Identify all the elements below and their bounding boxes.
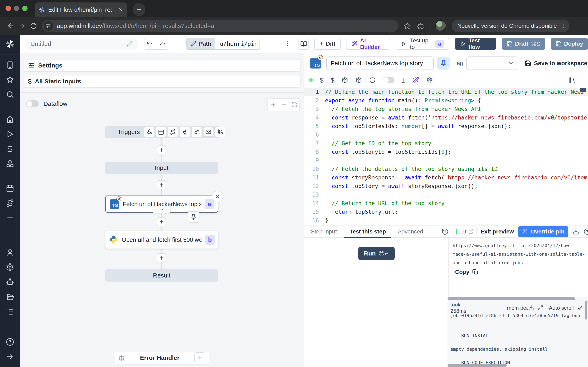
- download-logs-icon[interactable]: [528, 305, 534, 311]
- undo-button[interactable]: [145, 38, 155, 49]
- ai-assist-wand-icon[interactable]: [412, 77, 419, 83]
- draft-button[interactable]: Draft ⌘S: [502, 38, 545, 50]
- static-inputs-button[interactable]: $ All Static Inputs: [23, 75, 301, 88]
- http-route-trigger-button[interactable]: [168, 127, 178, 137]
- back-button[interactable]: [5, 20, 16, 32]
- site-settings-icon[interactable]: [44, 21, 53, 31]
- library-icon[interactable]: [568, 76, 575, 84]
- tab-step-input[interactable]: Step Input: [311, 228, 337, 235]
- favorites-star-icon[interactable]: [6, 76, 14, 84]
- editor-minimap[interactable]: [580, 88, 586, 92]
- more-options-icon[interactable]: [285, 40, 291, 47]
- fit-view-icon[interactable]: [291, 102, 297, 108]
- schedule-trigger-button[interactable]: [156, 127, 166, 137]
- insert-step-button[interactable]: [157, 217, 166, 226]
- insert-step-button[interactable]: [157, 145, 166, 154]
- result-url[interactable]: https://www.geoffreylitt.com/2025/04/12/…: [453, 242, 588, 267]
- docs-button[interactable]: [298, 38, 309, 50]
- workspace-icon[interactable]: [6, 61, 14, 69]
- poll-trigger-button[interactable]: [215, 127, 225, 137]
- address-bar[interactable]: app.windmill.dev/flows/edit/u/henri/pin_…: [42, 20, 398, 32]
- error-handler-node[interactable]: Error Handler: [114, 351, 209, 364]
- help-icon[interactable]: [6, 338, 14, 346]
- new-tab-button[interactable]: [133, 3, 145, 16]
- flow-title-input[interactable]: Untitled: [26, 38, 137, 50]
- tag-select[interactable]: [466, 57, 517, 70]
- horizontal-scrollbar[interactable]: [448, 364, 507, 367]
- delete-step-button[interactable]: [212, 191, 223, 202]
- horizontal-scrollbar[interactable]: [448, 297, 575, 300]
- check-icon[interactable]: [577, 305, 583, 311]
- websocket-trigger-button[interactable]: [180, 127, 190, 137]
- expand-sidebar-icon[interactable]: [6, 353, 14, 361]
- log-lines[interactable]: job=019634fd-e186-211f-5364-d3e4385d57f9…: [450, 312, 583, 366]
- home-icon[interactable]: [6, 115, 14, 124]
- path-value[interactable]: u/henri/pin: [215, 38, 260, 49]
- step-title-input[interactable]: Fetch url of HackerNews top story: [326, 57, 434, 70]
- folders-icon[interactable]: [6, 293, 14, 301]
- webhook-trigger-button[interactable]: [144, 127, 154, 137]
- editor-settings-gear-icon[interactable]: [426, 77, 433, 83]
- download-result-icon[interactable]: [572, 228, 579, 235]
- search-icon[interactable]: [6, 90, 14, 99]
- info-circle-icon[interactable]: [584, 228, 588, 235]
- pin-toggle-button[interactable]: [437, 57, 450, 69]
- deploy-button[interactable]: Deploy: [551, 38, 588, 50]
- variables-icon[interactable]: $: [330, 76, 334, 84]
- diff-button[interactable]: ± Diff: [314, 38, 341, 50]
- vim-mode-toggle[interactable]: [383, 77, 394, 83]
- diff-mode-icon[interactable]: ±: [401, 76, 405, 84]
- add-error-handler-button[interactable]: [194, 352, 205, 363]
- tab-advanced[interactable]: Advanced: [398, 228, 423, 235]
- tab-test-this-step[interactable]: Test this step: [344, 226, 391, 237]
- insert-step-button[interactable]: [157, 253, 166, 262]
- window-close-button[interactable]: [6, 6, 11, 11]
- step-b-node[interactable]: Open url and fetch first 500 words of ..…: [105, 231, 218, 249]
- ai-builder-button[interactable]: AI Builder: [346, 38, 390, 50]
- profile-avatar[interactable]: [435, 20, 446, 31]
- add-icon[interactable]: [6, 214, 14, 222]
- routes-icon[interactable]: [6, 199, 14, 207]
- email-trigger-button[interactable]: [204, 127, 213, 137]
- kafka-trigger-button[interactable]: [192, 127, 201, 137]
- assets-icon[interactable]: $: [320, 76, 324, 84]
- extensions-icon[interactable]: [416, 22, 424, 30]
- reset-icon[interactable]: [369, 77, 376, 83]
- bookmark-star-icon[interactable]: [403, 22, 411, 30]
- triggers-node[interactable]: Triggers: [105, 125, 219, 138]
- package-lock-icon[interactable]: [355, 77, 362, 83]
- tab-close-icon[interactable]: [118, 7, 123, 12]
- settings-gear-icon[interactable]: [6, 263, 14, 271]
- test-up-to-step-badge[interactable]: a: [435, 40, 444, 48]
- vertical-scrollbar[interactable]: [585, 301, 587, 319]
- edit-pencil-icon[interactable]: [127, 41, 133, 47]
- window-minimize-button[interactable]: [14, 6, 19, 11]
- save-to-workspace-button[interactable]: Save to workspace: [525, 60, 587, 67]
- variables-icon[interactable]: [6, 145, 14, 153]
- test-up-to-button[interactable]: Test up to a: [396, 38, 449, 50]
- window-zoom-button[interactable]: [22, 6, 27, 11]
- insert-step-button[interactable]: [157, 180, 166, 189]
- exit-preview-button[interactable]: Exit preview: [481, 228, 514, 235]
- package-icon[interactable]: [341, 77, 348, 83]
- reload-button[interactable]: [28, 20, 39, 32]
- input-node[interactable]: Input: [105, 162, 218, 174]
- code-editor[interactable]: 1// Define the main function to fetch th…: [304, 88, 588, 225]
- test-flow-button[interactable]: Test flow: [455, 38, 496, 50]
- result-node[interactable]: Result: [105, 269, 218, 282]
- dataflow-toggle[interactable]: [26, 100, 39, 107]
- schedules-icon[interactable]: [6, 184, 14, 192]
- resources-icon[interactable]: [6, 159, 14, 168]
- collapse-step-button[interactable]: [153, 206, 171, 213]
- windmill-logo[interactable]: [5, 39, 15, 49]
- path-button[interactable]: Path: [187, 38, 215, 49]
- flow-settings-button[interactable]: Settings: [23, 59, 301, 72]
- chrome-update-chip[interactable]: Nouvelle version de Chrome disponible: [452, 20, 570, 32]
- run-button[interactable]: Run ⌘↵: [358, 247, 395, 260]
- runs-icon[interactable]: [6, 130, 14, 138]
- zoom-out-icon[interactable]: [281, 101, 287, 108]
- audit-logs-icon[interactable]: [6, 308, 14, 316]
- zoom-in-icon[interactable]: [270, 101, 277, 108]
- copy-button[interactable]: Copy: [455, 269, 478, 275]
- external-link-icon[interactable]: [468, 229, 474, 234]
